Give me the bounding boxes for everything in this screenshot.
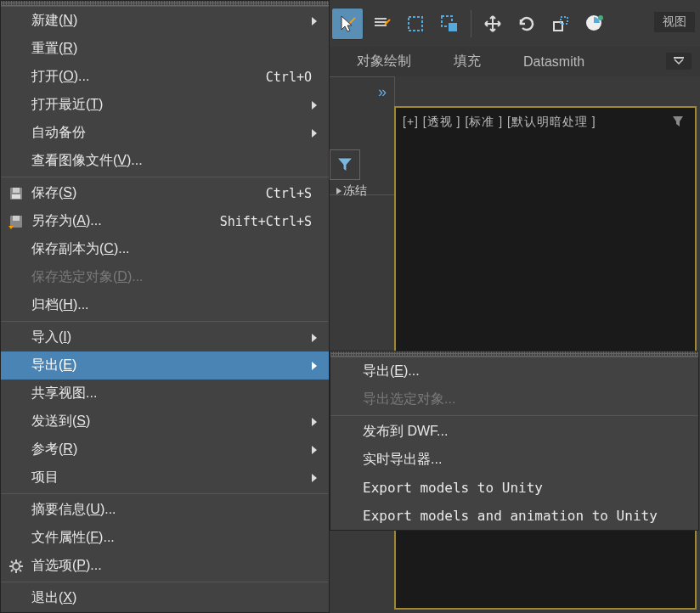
rotate-button[interactable] bbox=[511, 8, 543, 40]
submenu-arrow-icon bbox=[312, 446, 317, 454]
menu-item[interactable]: 保存(S)Ctrl+S bbox=[1, 179, 329, 207]
menu-grip[interactable] bbox=[1, 1, 329, 7]
menu-item[interactable]: 打开(O)...Ctrl+O bbox=[1, 63, 329, 91]
scale-button[interactable] bbox=[545, 8, 577, 40]
menu-item[interactable]: 查看图像文件(V)... bbox=[1, 147, 329, 175]
menu-item-label: 参考(R) bbox=[31, 441, 77, 458]
select-cursor-button[interactable] bbox=[331, 8, 364, 40]
svg-rect-1 bbox=[375, 21, 387, 23]
window-crossing-button[interactable] bbox=[433, 8, 466, 40]
viewport-header[interactable]: [+] [透视 ] [标准 ] [默认明暗处理 ] bbox=[403, 115, 596, 130]
menu-item[interactable]: 项目 bbox=[1, 464, 329, 492]
menu-item-label: 保存(S) bbox=[31, 184, 76, 202]
menu-separator bbox=[1, 177, 329, 177]
svg-rect-5 bbox=[449, 23, 457, 31]
toolbar-overflow-button[interactable] bbox=[666, 53, 692, 70]
menu-item-label: 首选项(P)... bbox=[31, 557, 102, 575]
submenu-arrow-icon bbox=[312, 362, 317, 370]
svg-point-9 bbox=[598, 15, 603, 20]
menu-item[interactable]: 保存副本为(C)... bbox=[1, 235, 329, 263]
menu-item[interactable]: 摘要信息(U)... bbox=[1, 496, 329, 524]
menu-item-label: 发送到(S) bbox=[31, 413, 90, 430]
dashed-rect-icon bbox=[406, 14, 425, 33]
menu-item-label: 退出(X) bbox=[31, 589, 76, 607]
menu-separator bbox=[1, 321, 329, 322]
select-list-button[interactable] bbox=[365, 8, 398, 40]
svg-line-21 bbox=[11, 561, 13, 563]
filter-funnel-button[interactable] bbox=[330, 149, 360, 180]
menu-item-label: 导入(I) bbox=[31, 329, 71, 346]
menu-item: 导出选定对象... bbox=[330, 385, 698, 413]
fill-tab[interactable]: 填充 bbox=[454, 53, 481, 70]
rect-select-button[interactable] bbox=[399, 8, 432, 40]
svg-rect-2 bbox=[375, 25, 387, 26]
expand-arrows-icon[interactable]: » bbox=[378, 83, 387, 101]
menu-item-label: 保存选定对象(D)... bbox=[31, 268, 144, 286]
chevron-down-icon bbox=[673, 57, 685, 65]
menu-item[interactable]: 自动备份 bbox=[1, 119, 329, 147]
file-menu: 新建(N)重置(R)打开(O)...Ctrl+O打开最近(T)自动备份查看图像文… bbox=[0, 0, 330, 613]
save-icon bbox=[8, 185, 25, 202]
menu-item[interactable]: Export models and animation to Unity bbox=[330, 502, 698, 530]
menu-item-label: 文件属性(F)... bbox=[31, 529, 115, 547]
menu-item-label: 查看图像文件(V)... bbox=[31, 152, 143, 170]
svg-rect-3 bbox=[409, 17, 422, 31]
menu-item[interactable]: 发布到 DWF... bbox=[330, 418, 698, 446]
menu-grip[interactable] bbox=[330, 351, 698, 357]
object-draw-tab[interactable]: 对象绘制 bbox=[357, 53, 411, 70]
move-icon bbox=[483, 14, 502, 33]
menu-item[interactable]: 共享视图... bbox=[1, 380, 329, 408]
saveas-icon bbox=[8, 213, 25, 230]
menu-shortcut: Ctrl+S bbox=[266, 186, 312, 201]
svg-rect-12 bbox=[13, 188, 20, 193]
menu-item[interactable]: 导入(I) bbox=[1, 323, 329, 351]
menu-item[interactable]: 实时导出器... bbox=[330, 446, 698, 474]
freeze-label[interactable]: 冻结 bbox=[343, 183, 367, 199]
menu-item[interactable]: 归档(H)... bbox=[1, 291, 329, 319]
menu-item[interactable]: 文件属性(F)... bbox=[1, 524, 329, 552]
menu-item-label: 导出(E)... bbox=[363, 363, 420, 380]
submenu-arrow-icon bbox=[312, 334, 317, 342]
placement-icon bbox=[584, 14, 605, 34]
menu-item-label: 导出(E) bbox=[31, 357, 76, 374]
viewport-filter-icon[interactable] bbox=[671, 115, 685, 128]
menu-item-label: 实时导出器... bbox=[363, 451, 442, 469]
menu-item-label: 导出选定对象... bbox=[363, 391, 455, 408]
menu-item[interactable]: 参考(R) bbox=[1, 436, 329, 464]
menu-item[interactable]: 首选项(P)... bbox=[1, 552, 329, 580]
menu-item[interactable]: 新建(N) bbox=[1, 7, 329, 35]
menu-item[interactable]: Export models to Unity bbox=[330, 474, 698, 502]
export-submenu: 导出(E)...导出选定对象...发布到 DWF...实时导出器...Expor… bbox=[330, 351, 699, 531]
menu-item[interactable]: 退出(X) bbox=[1, 584, 329, 612]
menu-item[interactable]: 重置(R) bbox=[1, 35, 329, 63]
svg-line-23 bbox=[11, 570, 13, 571]
datasmith-tab[interactable]: Datasmith bbox=[523, 54, 584, 70]
submenu-arrow-icon bbox=[312, 101, 317, 110]
menu-item-label: 自动备份 bbox=[31, 124, 86, 142]
menu-item-label: 新建(N) bbox=[31, 12, 77, 30]
menu-item: 保存选定对象(D)... bbox=[1, 263, 329, 291]
menu-item[interactable]: 导出(E) bbox=[1, 351, 329, 380]
menu-item-label: 归档(H)... bbox=[31, 296, 89, 314]
menu-item-label: 打开最近(T) bbox=[31, 96, 103, 114]
svg-rect-10 bbox=[674, 57, 684, 59]
move-button[interactable] bbox=[477, 8, 509, 40]
menu-item-label: 发布到 DWF... bbox=[363, 423, 448, 441]
submenu-arrow-icon bbox=[312, 17, 317, 25]
cursor-icon bbox=[338, 14, 357, 33]
view-label[interactable]: 视图 bbox=[654, 12, 695, 32]
menu-item-label: Export models and animation to Unity bbox=[363, 508, 658, 524]
freeze-expand-icon[interactable] bbox=[336, 188, 342, 194]
menu-item-label: 摘要信息(U)... bbox=[31, 501, 116, 519]
placement-button[interactable] bbox=[579, 8, 611, 40]
submenu-arrow-icon bbox=[312, 129, 317, 138]
menu-item[interactable]: 发送到(S) bbox=[1, 408, 329, 436]
funnel-icon bbox=[335, 155, 355, 175]
menu-shortcut: Shift+Ctrl+S bbox=[220, 214, 312, 229]
svg-rect-0 bbox=[375, 18, 387, 20]
menu-item[interactable]: 另存为(A)...Shift+Ctrl+S bbox=[1, 207, 329, 235]
menu-separator bbox=[330, 415, 698, 416]
menu-item[interactable]: 打开最近(T) bbox=[1, 91, 329, 119]
menu-item[interactable]: 导出(E)... bbox=[330, 357, 698, 385]
svg-rect-13 bbox=[12, 194, 20, 199]
